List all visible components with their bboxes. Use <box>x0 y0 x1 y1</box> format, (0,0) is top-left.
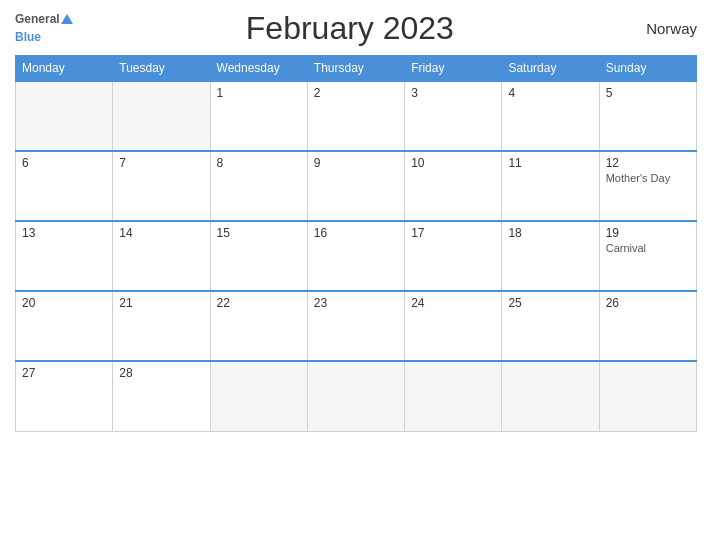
col-wednesday: Wednesday <box>210 56 307 82</box>
calendar-day-cell: 16 <box>307 221 404 291</box>
calendar-day-cell <box>599 361 696 431</box>
logo-general-text: General <box>15 12 60 26</box>
calendar-title: February 2023 <box>73 10 627 47</box>
day-number: 19 <box>606 226 690 240</box>
calendar-day-cell: 5 <box>599 81 696 151</box>
day-number: 8 <box>217 156 301 170</box>
calendar-day-cell <box>210 361 307 431</box>
calendar-week-row: 20212223242526 <box>16 291 697 361</box>
col-monday: Monday <box>16 56 113 82</box>
calendar-day-cell: 11 <box>502 151 599 221</box>
calendar-day-cell: 15 <box>210 221 307 291</box>
calendar-day-cell <box>307 361 404 431</box>
calendar-day-cell: 10 <box>405 151 502 221</box>
calendar-day-cell: 2 <box>307 81 404 151</box>
calendar-day-cell: 28 <box>113 361 210 431</box>
logo-triangle-icon <box>61 14 73 24</box>
calendar-week-row: 13141516171819Carnival <box>16 221 697 291</box>
day-number: 10 <box>411 156 495 170</box>
calendar-day-cell: 12Mother's Day <box>599 151 696 221</box>
col-tuesday: Tuesday <box>113 56 210 82</box>
weekday-header-row: Monday Tuesday Wednesday Thursday Friday… <box>16 56 697 82</box>
calendar-day-cell: 9 <box>307 151 404 221</box>
calendar-day-cell: 21 <box>113 291 210 361</box>
col-thursday: Thursday <box>307 56 404 82</box>
calendar-week-row: 6789101112Mother's Day <box>16 151 697 221</box>
event-label: Carnival <box>606 242 690 254</box>
logo-blue-text: Blue <box>15 30 41 44</box>
calendar-day-cell <box>113 81 210 151</box>
calendar-day-cell: 17 <box>405 221 502 291</box>
calendar-day-cell: 4 <box>502 81 599 151</box>
day-number: 28 <box>119 366 203 380</box>
calendar-day-cell <box>16 81 113 151</box>
day-number: 13 <box>22 226 106 240</box>
calendar-day-cell: 25 <box>502 291 599 361</box>
day-number: 21 <box>119 296 203 310</box>
day-number: 27 <box>22 366 106 380</box>
day-number: 4 <box>508 86 592 100</box>
day-number: 25 <box>508 296 592 310</box>
calendar-table: Monday Tuesday Wednesday Thursday Friday… <box>15 55 697 432</box>
calendar-day-cell: 14 <box>113 221 210 291</box>
calendar-day-cell: 27 <box>16 361 113 431</box>
calendar-day-cell: 20 <box>16 291 113 361</box>
calendar-wrapper: General Blue February 2023 Norway Monday… <box>0 0 712 550</box>
calendar-day-cell: 23 <box>307 291 404 361</box>
day-number: 5 <box>606 86 690 100</box>
day-number: 2 <box>314 86 398 100</box>
col-friday: Friday <box>405 56 502 82</box>
calendar-day-cell <box>405 361 502 431</box>
col-sunday: Sunday <box>599 56 696 82</box>
day-number: 18 <box>508 226 592 240</box>
day-number: 23 <box>314 296 398 310</box>
calendar-day-cell <box>502 361 599 431</box>
day-number: 17 <box>411 226 495 240</box>
logo: General Blue <box>15 12 73 46</box>
day-number: 14 <box>119 226 203 240</box>
day-number: 6 <box>22 156 106 170</box>
day-number: 3 <box>411 86 495 100</box>
calendar-day-cell: 26 <box>599 291 696 361</box>
calendar-day-cell: 19Carnival <box>599 221 696 291</box>
day-number: 16 <box>314 226 398 240</box>
col-saturday: Saturday <box>502 56 599 82</box>
calendar-day-cell: 7 <box>113 151 210 221</box>
calendar-day-cell: 18 <box>502 221 599 291</box>
calendar-day-cell: 22 <box>210 291 307 361</box>
day-number: 22 <box>217 296 301 310</box>
day-number: 26 <box>606 296 690 310</box>
day-number: 24 <box>411 296 495 310</box>
calendar-day-cell: 3 <box>405 81 502 151</box>
day-number: 15 <box>217 226 301 240</box>
event-label: Mother's Day <box>606 172 690 184</box>
day-number: 9 <box>314 156 398 170</box>
calendar-header: General Blue February 2023 Norway <box>15 10 697 47</box>
day-number: 11 <box>508 156 592 170</box>
day-number: 7 <box>119 156 203 170</box>
calendar-day-cell: 1 <box>210 81 307 151</box>
calendar-day-cell: 24 <box>405 291 502 361</box>
calendar-day-cell: 8 <box>210 151 307 221</box>
calendar-day-cell: 13 <box>16 221 113 291</box>
calendar-week-row: 2728 <box>16 361 697 431</box>
calendar-week-row: 12345 <box>16 81 697 151</box>
day-number: 1 <box>217 86 301 100</box>
calendar-day-cell: 6 <box>16 151 113 221</box>
country-label: Norway <box>627 20 697 37</box>
day-number: 20 <box>22 296 106 310</box>
day-number: 12 <box>606 156 690 170</box>
